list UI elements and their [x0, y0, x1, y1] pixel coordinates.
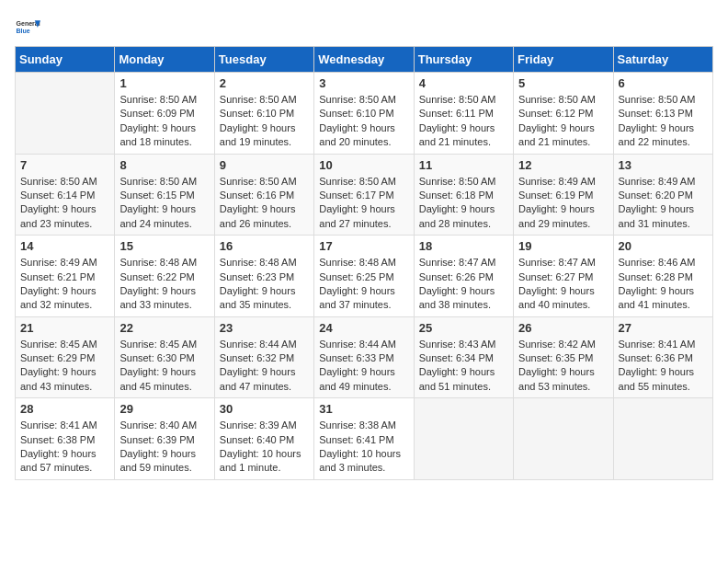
sunrise-text: Sunrise: 8:50 AM: [518, 93, 608, 107]
sunset-text: Sunset: 6:39 PM: [119, 433, 209, 447]
daylight-text-line2: and 27 minutes.: [319, 217, 408, 231]
sunrise-text: Sunrise: 8:48 AM: [119, 256, 209, 270]
calendar-cell: [414, 398, 513, 480]
daylight-text-line2: and 55 minutes.: [619, 380, 708, 394]
calendar-cell: 18Sunrise: 8:47 AMSunset: 6:26 PMDayligh…: [414, 236, 513, 317]
sunset-text: Sunset: 6:36 PM: [619, 351, 708, 365]
calendar-cell: 22Sunrise: 8:45 AMSunset: 6:30 PMDayligh…: [115, 316, 214, 398]
calendar-cell: 5Sunrise: 8:50 AMSunset: 6:12 PMDaylight…: [514, 73, 613, 155]
sunrise-text: Sunrise: 8:45 AM: [20, 338, 109, 351]
svg-text:Blue: Blue: [17, 28, 30, 34]
sunset-text: Sunset: 6:17 PM: [319, 189, 408, 202]
sunrise-text: Sunrise: 8:39 AM: [220, 419, 309, 432]
calendar-week-1: 1Sunrise: 8:50 AMSunset: 6:09 PMDaylight…: [16, 73, 713, 155]
header-cell-saturday: Saturday: [613, 47, 712, 73]
sunrise-text: Sunrise: 8:50 AM: [419, 175, 508, 189]
day-number: 17: [319, 239, 408, 253]
sunset-text: Sunset: 6:25 PM: [319, 270, 408, 284]
sunrise-text: Sunrise: 8:47 AM: [419, 256, 508, 270]
day-number: 3: [319, 76, 408, 90]
day-number: 5: [518, 76, 608, 90]
sunset-text: Sunset: 6:23 PM: [220, 270, 309, 284]
sunset-text: Sunset: 6:41 PM: [319, 433, 408, 447]
sunset-text: Sunset: 6:19 PM: [518, 189, 608, 202]
header-cell-tuesday: Tuesday: [214, 47, 313, 73]
sunset-text: Sunset: 6:27 PM: [518, 270, 608, 284]
daylight-text-line1: Daylight: 9 hours: [319, 121, 408, 135]
calendar-cell: 8Sunrise: 8:50 AMSunset: 6:15 PMDaylight…: [115, 154, 214, 236]
header-cell-monday: Monday: [115, 47, 214, 73]
sunrise-text: Sunrise: 8:46 AM: [619, 256, 708, 270]
header-cell-wednesday: Wednesday: [314, 47, 414, 73]
daylight-text-line1: Daylight: 9 hours: [119, 365, 209, 379]
daylight-text-line1: Daylight: 9 hours: [419, 121, 508, 135]
calendar-cell: 20Sunrise: 8:46 AMSunset: 6:28 PMDayligh…: [613, 236, 712, 317]
day-number: 23: [220, 321, 309, 335]
sunset-text: Sunset: 6:40 PM: [220, 433, 309, 447]
calendar-week-5: 28Sunrise: 8:41 AMSunset: 6:38 PMDayligh…: [16, 398, 713, 480]
daylight-text-line1: Daylight: 9 hours: [220, 284, 309, 298]
calendar-cell: 23Sunrise: 8:44 AMSunset: 6:32 PMDayligh…: [214, 316, 313, 398]
day-number: 8: [119, 158, 209, 172]
sunset-text: Sunset: 6:32 PM: [220, 351, 309, 365]
sunset-text: Sunset: 6:12 PM: [518, 107, 608, 121]
calendar-cell: 3Sunrise: 8:50 AMSunset: 6:10 PMDaylight…: [314, 73, 414, 155]
calendar-cell: 9Sunrise: 8:50 AMSunset: 6:16 PMDaylight…: [214, 154, 313, 236]
daylight-text-line2: and 3 minutes.: [319, 461, 408, 475]
sunset-text: Sunset: 6:28 PM: [619, 270, 708, 284]
day-number: 4: [419, 76, 508, 90]
daylight-text-line2: and 57 minutes.: [20, 461, 109, 475]
daylight-text-line1: Daylight: 9 hours: [518, 365, 608, 379]
sunrise-text: Sunrise: 8:49 AM: [518, 175, 608, 189]
day-number: 14: [20, 239, 109, 253]
sunrise-text: Sunrise: 8:40 AM: [119, 419, 209, 432]
sunrise-text: Sunrise: 8:50 AM: [619, 93, 708, 107]
daylight-text-line2: and 53 minutes.: [518, 380, 608, 394]
calendar-cell: 28Sunrise: 8:41 AMSunset: 6:38 PMDayligh…: [16, 398, 115, 480]
sunset-text: Sunset: 6:20 PM: [619, 189, 708, 202]
daylight-text-line2: and 32 minutes.: [20, 298, 109, 312]
day-number: 19: [518, 239, 608, 253]
day-number: 16: [220, 239, 309, 253]
daylight-text-line1: Daylight: 9 hours: [20, 447, 109, 461]
daylight-text-line2: and 1 minute.: [220, 461, 309, 475]
sunrise-text: Sunrise: 8:47 AM: [518, 256, 608, 270]
daylight-text-line1: Daylight: 9 hours: [619, 121, 708, 135]
sunrise-text: Sunrise: 8:44 AM: [319, 338, 408, 351]
calendar-cell: 2Sunrise: 8:50 AMSunset: 6:10 PMDaylight…: [214, 73, 313, 155]
day-number: 13: [619, 158, 708, 172]
day-number: 26: [518, 321, 608, 335]
daylight-text-line1: Daylight: 9 hours: [619, 284, 708, 298]
sunset-text: Sunset: 6:10 PM: [319, 107, 408, 121]
day-number: 12: [518, 158, 608, 172]
daylight-text-line2: and 37 minutes.: [319, 298, 408, 312]
daylight-text-line1: Daylight: 9 hours: [319, 365, 408, 379]
daylight-text-line2: and 49 minutes.: [319, 380, 408, 394]
calendar-cell: 19Sunrise: 8:47 AMSunset: 6:27 PMDayligh…: [514, 236, 613, 317]
calendar-cell: 7Sunrise: 8:50 AMSunset: 6:14 PMDaylight…: [16, 154, 115, 236]
sunrise-text: Sunrise: 8:50 AM: [419, 93, 508, 107]
logo: General Blue: [15, 15, 44, 40]
daylight-text-line2: and 21 minutes.: [419, 135, 508, 149]
sunset-text: Sunset: 6:10 PM: [220, 107, 309, 121]
daylight-text-line2: and 23 minutes.: [20, 217, 109, 231]
daylight-text-line1: Daylight: 9 hours: [518, 284, 608, 298]
daylight-text-line2: and 59 minutes.: [119, 461, 209, 475]
day-number: 29: [119, 402, 209, 416]
sunrise-text: Sunrise: 8:49 AM: [619, 175, 708, 189]
sunrise-text: Sunrise: 8:49 AM: [20, 256, 109, 270]
sunset-text: Sunset: 6:15 PM: [119, 189, 209, 202]
daylight-text-line1: Daylight: 9 hours: [419, 365, 508, 379]
sunset-text: Sunset: 6:34 PM: [419, 351, 508, 365]
daylight-text-line2: and 33 minutes.: [119, 298, 209, 312]
daylight-text-line2: and 21 minutes.: [518, 135, 608, 149]
sunrise-text: Sunrise: 8:41 AM: [619, 338, 708, 351]
day-number: 18: [419, 239, 508, 253]
calendar-cell: 11Sunrise: 8:50 AMSunset: 6:18 PMDayligh…: [414, 154, 513, 236]
day-number: 15: [119, 239, 209, 253]
daylight-text-line2: and 20 minutes.: [319, 135, 408, 149]
daylight-text-line2: and 45 minutes.: [119, 380, 209, 394]
day-number: 28: [20, 402, 109, 416]
daylight-text-line1: Daylight: 9 hours: [319, 202, 408, 216]
daylight-text-line2: and 35 minutes.: [220, 298, 309, 312]
